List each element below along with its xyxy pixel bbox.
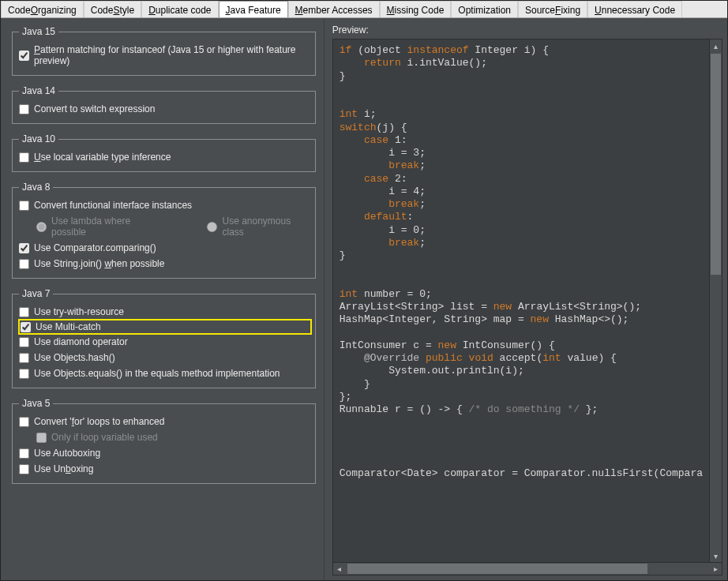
- checkbox-diamond-operator[interactable]: [19, 337, 29, 347]
- checkbox-unboxing[interactable]: [19, 464, 29, 474]
- tab-duplicate-code[interactable]: Duplicate code: [141, 1, 218, 17]
- scroll-up-arrow-icon[interactable]: ▴: [710, 39, 722, 52]
- preview-panel: Preview: if (object instanceof Integer i…: [324, 18, 727, 580]
- group-java5: Java 5 Convert 'for' loops to enhanced O…: [12, 398, 316, 484]
- label-use-lambda: Use lambda where possible: [51, 216, 159, 238]
- tab-java-feature[interactable]: Java Feature: [219, 1, 288, 17]
- tab-code-style[interactable]: Code Style: [84, 1, 141, 17]
- checkbox-objects-hash[interactable]: [19, 353, 29, 363]
- preview-label: Preview:: [332, 24, 722, 36]
- group-java10: Java 10 Use local variable type inferenc…: [12, 133, 316, 172]
- checkbox-pattern-matching[interactable]: [19, 51, 29, 61]
- group-legend: Java 14: [19, 85, 58, 96]
- scroll-thumb[interactable]: [347, 564, 647, 574]
- group-legend: Java 8: [19, 182, 53, 193]
- tab-code-organizing[interactable]: Code Organizing: [1, 1, 84, 17]
- label-comparator-comparing: Use Comparator.comparing(): [34, 242, 156, 253]
- radio-use-anonymous: [207, 222, 217, 232]
- label-var-inference: Use local variable type inference: [34, 152, 171, 163]
- label-try-with-resource: Use try-with-resource: [34, 306, 124, 317]
- label-objects-equals: Use Objects.equals() in the equals metho…: [34, 368, 280, 379]
- label-objects-hash: Use Objects.hash(): [34, 352, 115, 363]
- label-string-join: Use String.join() when possible: [34, 258, 164, 269]
- scroll-left-arrow-icon[interactable]: ◂: [333, 563, 346, 575]
- checkbox-comparator-comparing[interactable]: [19, 243, 29, 253]
- group-java14: Java 14 Convert to switch expression: [12, 85, 316, 124]
- label-only-if-loop: Only if loop variable used: [51, 432, 158, 443]
- checkbox-switch-expression[interactable]: [19, 104, 29, 114]
- radio-use-lambda: [36, 222, 47, 232]
- group-legend: Java 15: [19, 26, 58, 37]
- scroll-down-arrow-icon[interactable]: ▾: [710, 549, 722, 562]
- checkbox-convert-for[interactable]: [19, 417, 29, 427]
- group-java15: Java 15 Pattern matching for instanceof …: [12, 26, 316, 76]
- checkbox-multi-catch[interactable]: [21, 322, 31, 332]
- options-panel: Java 15 Pattern matching for instanceof …: [1, 18, 324, 580]
- preview-code: if (object instanceof Integer i) { retur…: [333, 39, 709, 562]
- checkbox-objects-equals[interactable]: [19, 369, 29, 379]
- label-multi-catch: Use Multi-catch: [36, 321, 101, 332]
- tab-member-accesses[interactable]: Member Accesses: [288, 1, 380, 17]
- group-legend: Java 5: [19, 398, 53, 409]
- group-java7: Java 7 Use try-with-resource Use Multi-c…: [12, 288, 316, 388]
- label-convert-for: Convert 'for' loops to enhanced: [34, 416, 164, 427]
- group-java8: Java 8 Convert functional interface inst…: [12, 182, 316, 279]
- checkbox-convert-functional[interactable]: [19, 201, 29, 211]
- checkbox-string-join[interactable]: [19, 259, 29, 269]
- vertical-scrollbar[interactable]: ▴ ▾: [709, 39, 722, 562]
- label-diamond-operator: Use diamond operator: [34, 336, 128, 347]
- checkbox-autoboxing[interactable]: [19, 448, 29, 459]
- scroll-thumb[interactable]: [711, 54, 721, 275]
- label-pattern-matching: Pattern matching for instanceof (Java 15…: [34, 44, 309, 66]
- scroll-right-arrow-icon[interactable]: ▸: [709, 563, 722, 575]
- tab-bar: Code Organizing Code Style Duplicate cod…: [1, 1, 727, 18]
- checkbox-only-if-loop: [36, 433, 47, 443]
- tab-missing-code[interactable]: Missing Code: [380, 1, 452, 17]
- tab-unnecessary-code[interactable]: Unnecessary Code: [587, 1, 682, 17]
- label-convert-functional: Convert functional interface instances: [34, 200, 192, 211]
- horizontal-scrollbar[interactable]: ◂ ▸: [332, 563, 722, 575]
- tab-source-fixing[interactable]: Source Fixing: [518, 1, 587, 17]
- group-legend: Java 10: [19, 133, 58, 144]
- label-use-anonymous: Use anonymous class: [222, 216, 308, 238]
- label-unboxing: Use Unboxing: [34, 463, 93, 474]
- group-legend: Java 7: [19, 288, 53, 299]
- label-autoboxing: Use Autoboxing: [34, 448, 100, 459]
- tab-optimization[interactable]: Optimization: [451, 1, 518, 17]
- label-switch-expression: Convert to switch expression: [34, 103, 155, 114]
- checkbox-var-inference[interactable]: [19, 152, 29, 163]
- checkbox-try-with-resource[interactable]: [19, 307, 29, 317]
